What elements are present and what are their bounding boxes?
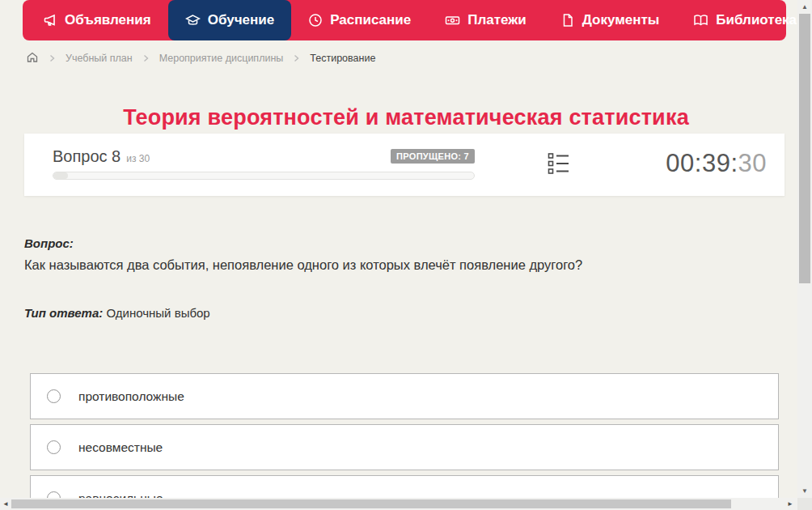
answer-options: противоположные несовместные равносильны…: [30, 373, 779, 510]
megaphone-icon: [43, 13, 57, 28]
scroll-left-arrow[interactable]: ◄: [0, 498, 11, 510]
scrollbar-corner: [797, 498, 812, 510]
answer-type-row: Тип ответа: Одиночный выбор: [24, 306, 210, 320]
nav-item-label: Платежи: [467, 12, 527, 28]
scroll-up-arrow[interactable]: ▲: [797, 1, 812, 12]
timer-main: 00:39:: [666, 149, 738, 177]
scroll-right-arrow[interactable]: ►: [785, 498, 796, 510]
question-progress-block: Вопрос 8из 30 ПРОПУЩЕНО: 7: [53, 147, 475, 180]
graduation-cap-icon: [185, 13, 201, 28]
progress-bar: [53, 172, 475, 180]
nav-item-learning[interactable]: Обучение: [168, 0, 291, 40]
nav-item-library[interactable]: Библиотека: [676, 0, 812, 40]
horizontal-scrollbar[interactable]: ◄ ►: [0, 498, 797, 510]
nav-item-schedule[interactable]: Расписание: [291, 0, 428, 40]
document-icon: [560, 13, 575, 28]
breadcrumb-curriculum[interactable]: Учебный план: [66, 53, 133, 64]
home-icon: [26, 55, 39, 66]
horizontal-scrollbar-thumb[interactable]: [11, 499, 731, 508]
skipped-badge: ПРОПУЩЕНО: 7: [391, 149, 475, 164]
nav-item-documents[interactable]: Документы: [543, 0, 677, 40]
nav-item-label: Обучение: [208, 12, 274, 28]
banknote-icon: [445, 13, 460, 28]
vertical-scrollbar[interactable]: ▲ ▼: [797, 0, 812, 498]
answer-option-2[interactable]: несовместные: [30, 424, 779, 470]
timer-seconds: 30: [738, 149, 767, 177]
breadcrumb-home[interactable]: [26, 51, 39, 66]
nav-item-label: Расписание: [330, 12, 411, 28]
test-page: Объявления Обучение Расписание: [0, 0, 812, 510]
breadcrumb: Учебный план Мероприятие дисциплины Тест…: [26, 50, 375, 66]
chevron-right-icon: [49, 54, 56, 62]
nav-item-label: Документы: [582, 12, 660, 28]
nav-item-label: Библиотека: [716, 12, 797, 28]
question-label: Вопрос:: [24, 236, 74, 250]
question-number: Вопрос 8из 30: [53, 147, 150, 166]
answer-type-value: Одиночный выбор: [106, 306, 209, 320]
question-list-icon: [548, 152, 569, 177]
vertical-scrollbar-thumb[interactable]: [799, 14, 810, 283]
question-text: Как называются два события, непоявление …: [24, 256, 776, 274]
answer-option-label: противоположные: [78, 389, 184, 404]
main-nav: Объявления Обучение Расписание: [23, 0, 786, 40]
question-header-card: Вопрос 8из 30 ПРОПУЩЕНО: 7 00:39:30: [24, 134, 785, 196]
scroll-down-arrow[interactable]: ▼: [797, 485, 812, 496]
nav-item-announcements[interactable]: Объявления: [26, 0, 168, 40]
page-title: Теория вероятностей и математическая ста…: [0, 105, 812, 130]
chevron-right-icon: [293, 54, 300, 62]
question-list-button[interactable]: [545, 151, 571, 177]
answer-option-1[interactable]: противоположные: [30, 373, 779, 419]
open-book-icon: [693, 13, 708, 28]
progress-bar-fill: [53, 172, 68, 179]
nav-item-payments[interactable]: Платежи: [428, 0, 543, 40]
nav-item-label: Объявления: [65, 12, 151, 28]
timer: 00:39:30: [666, 147, 767, 180]
breadcrumb-discipline-event[interactable]: Мероприятие дисциплины: [159, 53, 284, 64]
chevron-right-icon: [142, 54, 150, 62]
radio-button[interactable]: [47, 440, 61, 454]
radio-button[interactable]: [47, 389, 61, 403]
answer-type-label: Тип ответа:: [24, 306, 103, 320]
clock-icon: [308, 13, 323, 28]
answer-option-label: несовместные: [78, 440, 163, 455]
breadcrumb-testing: Тестирование: [310, 53, 375, 64]
